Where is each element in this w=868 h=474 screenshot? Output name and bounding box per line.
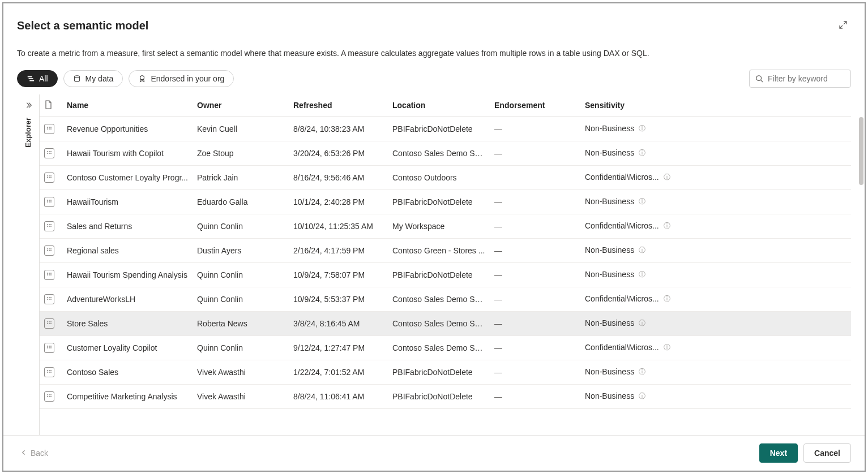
col-refreshed[interactable]: Refreshed <box>289 94 388 117</box>
table-row[interactable]: Regional salesDustin Ayers2/16/24, 4:17:… <box>40 238 851 262</box>
cell-endorsement: — <box>490 311 580 335</box>
svg-point-43 <box>49 274 50 275</box>
cell-type <box>40 287 62 311</box>
col-name[interactable]: Name <box>62 94 193 117</box>
cell-sensitivity: Non-Business ⓘ <box>580 384 851 408</box>
scrollbar-thumb[interactable] <box>859 117 863 185</box>
semantic-model-table: Name Owner Refreshed Location Endorsemen… <box>40 94 851 409</box>
col-owner[interactable]: Owner <box>193 94 289 117</box>
cell-type <box>40 384 62 408</box>
cell-name: Store Sales <box>62 311 193 335</box>
svg-point-74 <box>50 396 52 397</box>
col-type[interactable] <box>40 94 62 117</box>
semantic-model-icon <box>44 294 54 304</box>
cell-owner: Vivek Awasthi <box>193 384 289 408</box>
cancel-button[interactable]: Cancel <box>803 443 851 463</box>
semantic-model-icon <box>44 173 54 183</box>
svg-point-21 <box>47 200 48 201</box>
svg-point-66 <box>47 372 48 373</box>
cell-name: Revenue Opportunities <box>62 117 193 141</box>
expand-rail-button[interactable] <box>24 101 32 111</box>
svg-point-8 <box>50 128 52 130</box>
back-button[interactable]: Back <box>17 448 52 458</box>
table-row[interactable]: Competitive Marketing AnalysisVivek Awas… <box>40 384 851 408</box>
svg-point-38 <box>50 250 52 251</box>
svg-point-17 <box>50 175 52 176</box>
info-icon: ⓘ <box>664 295 670 303</box>
search-input[interactable] <box>767 74 845 84</box>
svg-point-44 <box>50 274 52 275</box>
dialog-header: Select a semantic model To create a metr… <box>3 3 865 94</box>
svg-point-13 <box>49 153 50 154</box>
table-row[interactable]: Contoso Customer Loyalty Progr...Patrick… <box>40 165 851 189</box>
svg-point-48 <box>47 299 48 300</box>
cell-sensitivity: Non-Business ⓘ <box>580 311 851 335</box>
svg-point-29 <box>50 224 52 225</box>
cell-sensitivity: Confidential\Micros... ⓘ <box>580 214 851 238</box>
svg-point-73 <box>49 396 50 397</box>
svg-point-47 <box>50 297 52 298</box>
svg-point-0 <box>74 75 79 77</box>
svg-point-4 <box>49 127 50 128</box>
svg-point-72 <box>47 396 48 397</box>
svg-point-63 <box>47 370 48 371</box>
cell-type <box>40 238 62 262</box>
table-row[interactable]: AdventureWorksLHQuinn Conlin10/9/24, 5:5… <box>40 287 851 311</box>
cell-owner: Dustin Ayers <box>193 238 289 262</box>
cell-name: Competitive Marketing Analysis <box>62 384 193 408</box>
table-row[interactable]: Sales and ReturnsQuinn Conlin10/10/24, 1… <box>40 214 851 238</box>
filter-my-data-label: My data <box>85 74 114 83</box>
next-button[interactable]: Next <box>759 443 798 463</box>
cell-location: PBIFabricDoNotDelete <box>388 262 490 287</box>
svg-point-30 <box>47 226 48 227</box>
cell-endorsement: — <box>490 117 580 141</box>
col-sensitivity[interactable]: Sensitivity <box>580 94 851 117</box>
cell-endorsement: — <box>490 214 580 238</box>
svg-point-62 <box>50 347 52 348</box>
cell-refreshed: 3/20/24, 6:53:26 PM <box>289 141 388 165</box>
cell-name: HawaiiTourism <box>62 189 193 214</box>
cell-refreshed: 10/1/24, 2:40:28 PM <box>289 189 388 214</box>
info-icon: ⓘ <box>639 319 645 327</box>
cell-location: PBIFabricDoNotDelete <box>388 117 490 141</box>
filter-all[interactable]: All <box>17 70 58 87</box>
table-row[interactable]: Revenue OpportunitiesKevin Cuell8/8/24, … <box>40 117 851 141</box>
ribbon-icon <box>138 75 146 83</box>
filter-endorsed[interactable]: Endorsed in your org <box>129 70 234 87</box>
table-row[interactable]: HawaiiTourismEduardo Galla10/1/24, 2:40:… <box>40 189 851 214</box>
table-container[interactable]: Name Owner Refreshed Location Endorsemen… <box>40 94 865 435</box>
filter-pills: All My data Endors <box>17 70 234 87</box>
cell-type <box>40 117 62 141</box>
info-icon: ⓘ <box>639 392 645 400</box>
col-location[interactable]: Location <box>388 94 490 117</box>
table-row[interactable]: Hawaii Tourism with CopilotZoe Stoup3/20… <box>40 141 851 165</box>
cell-location: My Workspace <box>388 214 490 238</box>
semantic-model-icon <box>44 124 54 134</box>
cell-owner: Roberta News <box>193 311 289 335</box>
svg-point-35 <box>50 248 52 249</box>
cell-name: AdventureWorksLH <box>62 287 193 311</box>
table-row[interactable]: Customer Loyality CopilotQuinn Conlin9/1… <box>40 335 851 360</box>
explorer-rail: Explorer <box>17 94 40 435</box>
table-row[interactable]: Contoso SalesVivek Awasthi1/22/24, 7:01:… <box>40 360 851 384</box>
semantic-model-icon <box>44 343 54 353</box>
svg-point-61 <box>49 347 50 348</box>
table-row[interactable]: Hawaii Tourism Spending AnalysisQuinn Co… <box>40 262 851 287</box>
cell-location: PBIFabricDoNotDelete <box>388 189 490 214</box>
cell-location: Contoso Outdoors <box>388 165 490 189</box>
semantic-model-icon <box>44 391 54 402</box>
svg-point-7 <box>49 128 50 130</box>
svg-point-57 <box>47 346 48 347</box>
search-box[interactable] <box>749 70 851 88</box>
svg-point-14 <box>50 153 52 154</box>
cell-sensitivity: Non-Business ⓘ <box>580 238 851 262</box>
cell-refreshed: 10/9/24, 7:58:07 PM <box>289 262 388 287</box>
expand-button[interactable] <box>835 17 851 35</box>
filter-my-data[interactable]: My data <box>63 70 123 87</box>
cell-name: Regional sales <box>62 238 193 262</box>
table-row[interactable]: Store SalesRoberta News3/8/24, 8:16:45 A… <box>40 311 851 335</box>
svg-point-49 <box>49 299 50 300</box>
dialog: Select a semantic model To create a metr… <box>2 2 866 472</box>
col-endorsement[interactable]: Endorsement <box>490 94 580 117</box>
svg-point-69 <box>47 394 48 395</box>
